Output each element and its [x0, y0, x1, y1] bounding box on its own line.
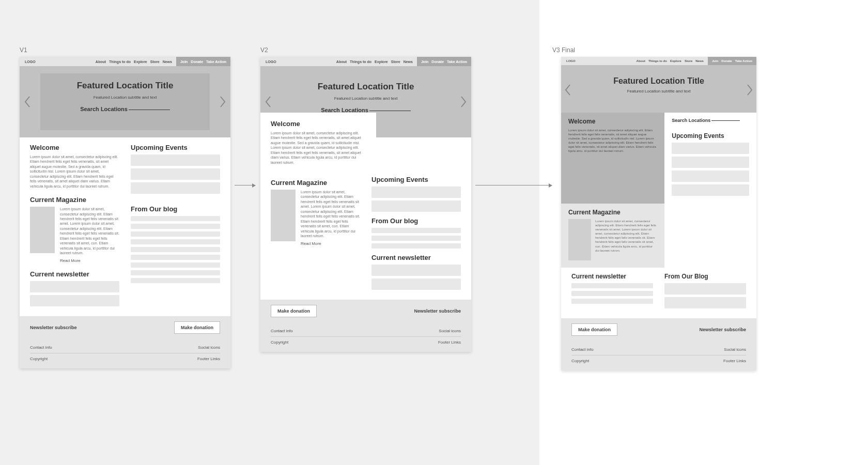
- cta-bar: Make donation Newsletter subscribe: [561, 318, 756, 341]
- heading-magazine: Current Magazine: [271, 179, 360, 187]
- carousel-prev-icon[interactable]: [264, 95, 273, 109]
- nav-item[interactable]: Explore: [670, 59, 681, 63]
- carousel-prev-icon[interactable]: [23, 95, 32, 109]
- nav-primary[interactable]: About Things to do Explore Store News: [336, 60, 417, 64]
- hero-subtitle: Featured Location subtitle and text: [561, 89, 756, 94]
- frame-v2: LOGO About Things to do Explore Store Ne…: [260, 57, 471, 352]
- donate-button[interactable]: Make donation: [571, 323, 617, 336]
- topbar: LOGO About Things to do Explore Store Ne…: [260, 57, 471, 66]
- nav-item[interactable]: News: [404, 60, 413, 64]
- cta-donate[interactable]: Donate: [431, 60, 444, 64]
- nav-item[interactable]: Things to do: [648, 59, 667, 63]
- footer-links[interactable]: Footer Links: [723, 359, 746, 363]
- carousel-next-icon[interactable]: [218, 95, 227, 109]
- cta-take-action[interactable]: Take Action: [206, 60, 226, 64]
- heading-blog: From Our blog: [371, 217, 461, 225]
- footer-contact[interactable]: Contact info: [30, 345, 52, 350]
- cta-join[interactable]: Join: [712, 59, 718, 63]
- footer-contact[interactable]: Contact info: [271, 329, 293, 333]
- cta-take-action[interactable]: Take Action: [735, 59, 752, 63]
- nav-item[interactable]: About: [96, 60, 106, 64]
- footer-social[interactable]: Social icons: [198, 345, 220, 350]
- topbar: LOGO About Things to do Explore Store Ne…: [20, 57, 230, 66]
- nav-item[interactable]: Store: [685, 59, 692, 63]
- nav-cta[interactable]: Join Donate Take Action: [176, 57, 230, 66]
- label-v1: V1: [20, 47, 27, 54]
- flow-arrow-icon: [235, 185, 255, 185]
- nav-item[interactable]: News: [695, 59, 704, 63]
- cta-join[interactable]: Join: [421, 60, 428, 64]
- magazine-body: Lorem ipsum dolor sit amet, consectetur …: [595, 219, 657, 253]
- footer-copyright: Copyright: [571, 359, 589, 363]
- footer: Contact infoSocial icons CopyrightFooter…: [20, 339, 230, 368]
- hero-subtitle: Featured Location subtitle and text: [260, 96, 471, 101]
- newsletter-placeholder: [30, 281, 119, 306]
- read-more-link[interactable]: Read More: [60, 258, 119, 263]
- footer-social[interactable]: Social icons: [439, 329, 461, 333]
- newsletter-placeholder: [371, 265, 461, 290]
- search-label: Search Locations: [672, 118, 710, 123]
- nav-item[interactable]: News: [163, 60, 172, 64]
- nav-item[interactable]: Things to do: [109, 60, 131, 64]
- footer-social[interactable]: Social icons: [724, 347, 746, 352]
- carousel-next-icon[interactable]: [745, 83, 754, 97]
- magazine-image-placeholder: [30, 207, 55, 253]
- logo[interactable]: LOGO: [561, 59, 581, 63]
- heading-events: Upcoming Events: [371, 176, 461, 183]
- cta-join[interactable]: Join: [180, 60, 188, 64]
- nav-item[interactable]: About: [637, 59, 645, 63]
- magazine-image-placeholder: [568, 219, 591, 260]
- search-label: Search Locations: [80, 106, 128, 112]
- subscribe-label[interactable]: Newsletter subscribe: [30, 325, 77, 330]
- read-more-link[interactable]: Read More: [301, 241, 360, 246]
- footer-contact[interactable]: Contact info: [571, 347, 594, 352]
- heading-welcome: Welcome: [271, 120, 367, 128]
- subscribe-label[interactable]: Newsletter subscribe: [699, 327, 746, 332]
- welcome-panel: Welcome Lorem ipsum dolor sit amet, cons…: [561, 113, 664, 204]
- frame-v1: LOGO About Things to do Explore Store Ne…: [20, 57, 230, 368]
- donate-button[interactable]: Make donation: [271, 305, 317, 317]
- heading-newsletter: Current newsletter: [571, 273, 653, 280]
- nav-cta[interactable]: Join Donate Take Action: [708, 57, 756, 65]
- heading-magazine: Current Magazine: [30, 196, 119, 204]
- cta-bar: Make donation Newsletter subscribe: [260, 300, 471, 322]
- heading-newsletter: Current newsletter: [371, 254, 461, 261]
- nav-primary[interactable]: About Things to do Explore Store News: [96, 60, 176, 64]
- logo[interactable]: LOGO: [260, 60, 282, 64]
- cta-bar: Newsletter subscribe Make donation: [20, 316, 230, 339]
- nav-item[interactable]: Explore: [375, 60, 388, 64]
- carousel-prev-icon[interactable]: [563, 83, 572, 97]
- cta-donate[interactable]: Donate: [191, 60, 203, 64]
- flow-arrow-icon: [475, 185, 552, 185]
- nav-item[interactable]: Store: [391, 60, 400, 64]
- footer-copyright: Copyright: [271, 340, 288, 345]
- heading-events: Upcoming Events: [672, 132, 749, 140]
- heading-blog: From Our blog: [131, 205, 220, 213]
- hero-search[interactable]: Search Locations: [672, 118, 749, 123]
- cta-donate[interactable]: Donate: [721, 59, 732, 63]
- nav-primary[interactable]: About Things to do Explore Store News: [637, 59, 708, 63]
- subscribe-label[interactable]: Newsletter subscribe: [414, 308, 461, 314]
- donate-button[interactable]: Make donation: [174, 321, 220, 334]
- cta-take-action[interactable]: Take Action: [447, 60, 467, 64]
- footer-copyright: Copyright: [30, 357, 48, 361]
- nav-item[interactable]: About: [336, 60, 347, 64]
- nav-item[interactable]: Store: [150, 60, 160, 64]
- nav-item[interactable]: Explore: [134, 60, 147, 64]
- welcome-body: Lorem ipsum dolor sit amet, consectetur …: [568, 128, 657, 153]
- footer-links[interactable]: Footer Links: [438, 340, 461, 345]
- magazine-body: Lorem ipsum dolor sit amet, consectetur …: [301, 190, 360, 238]
- hero-search[interactable]: Search Locations: [40, 106, 210, 112]
- heading-magazine: Current Magazine: [568, 209, 657, 216]
- hero-title: Featured Location Title: [561, 76, 756, 86]
- heading-blog: From Our Blog: [664, 273, 746, 280]
- nav-item[interactable]: Things to do: [350, 60, 371, 64]
- footer-links[interactable]: Footer Links: [197, 357, 220, 361]
- hero: Featured Location Title Featured Locatio…: [561, 65, 756, 113]
- carousel-next-icon[interactable]: [459, 95, 468, 109]
- nav-cta[interactable]: Join Donate Take Action: [417, 57, 471, 66]
- logo[interactable]: LOGO: [20, 60, 41, 64]
- label-v3: V3 Final: [552, 47, 575, 54]
- welcome-body: Lorem ipsum dolor sit amet, consectetur …: [30, 154, 119, 189]
- heading-events: Upcoming Events: [131, 144, 220, 151]
